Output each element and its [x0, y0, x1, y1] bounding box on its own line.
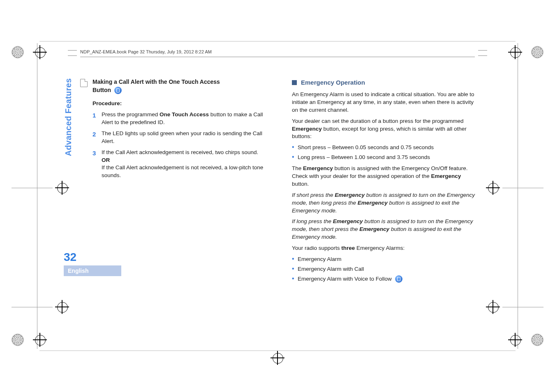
i2a: If long press the	[292, 218, 333, 224]
para-4: Your radio supports three Emergency Alar…	[292, 244, 475, 252]
italic-note-1: If short press the Emergency button is a…	[292, 191, 475, 215]
p4b: three	[341, 245, 355, 251]
para-1: An Emergency Alarm is used to indicate a…	[292, 91, 475, 114]
page-number: 32	[64, 251, 76, 264]
p3e: button.	[292, 181, 309, 187]
p3a: The	[292, 165, 303, 171]
reg-mark-br3	[486, 300, 543, 314]
step-3-number: 3	[92, 149, 102, 180]
binder-mark-left	[68, 50, 77, 56]
i2b: Emergency	[333, 218, 363, 224]
step-1-text-a: Press the programmed	[102, 111, 160, 118]
p4c: Emergency Alarms:	[355, 245, 405, 251]
i2d: Emergency	[359, 226, 389, 232]
p4a: Your radio supports	[292, 245, 341, 251]
step-3: 3 If the Call Alert acknowledgement is r…	[92, 149, 275, 180]
side-tab-label: Advanced Features	[64, 78, 73, 156]
right-column: Emergency Operation An Emergency Alarm i…	[292, 78, 475, 343]
para-2b: Emergency	[292, 126, 322, 132]
alarm-3: Emergency Alarm with Voice to Follow	[292, 275, 475, 283]
section-title: Emergency Operation	[301, 78, 365, 87]
alarm-3-text: Emergency Alarm with Voice to Follow	[298, 276, 392, 282]
feature-badge-icon	[114, 87, 122, 94]
reg-mark-ml	[12, 181, 69, 195]
step-2: 2 The LED lights up solid green when you…	[92, 130, 275, 145]
crop-frame-top	[39, 41, 516, 42]
press-duration-list: Short press – Between 0.05 seconds and 0…	[292, 144, 475, 161]
reg-mark-tr	[508, 45, 543, 59]
i1b: Emergency	[335, 192, 365, 198]
side-tab: Advanced Features	[64, 78, 73, 156]
para-3: The Emergency button is assigned with th…	[292, 165, 475, 188]
header-rule	[80, 57, 475, 57]
step-3-or: OR	[102, 157, 110, 163]
reg-mark-br	[508, 333, 543, 347]
step-2-text: The LED lights up solid green when your …	[102, 130, 275, 145]
alarm-list: Emergency Alarm Emergency Alarm with Cal…	[292, 256, 475, 283]
feature-badge-icon-2	[395, 275, 402, 283]
binder-mark-right	[478, 50, 487, 56]
reg-mark-bc	[271, 351, 284, 365]
step-1: 1 Press the programmed One Touch Access …	[92, 111, 275, 127]
p3d: Emergency	[431, 173, 461, 179]
para-2a: Your dealer can set the duration of a bu…	[292, 118, 464, 124]
reg-mark-mr	[486, 181, 543, 195]
step-3-text-b: If the Call Alert acknowledgement is not…	[102, 164, 263, 178]
document-icon	[80, 79, 88, 87]
left-heading-line1: Making a Call Alert with the One Touch A…	[92, 78, 220, 85]
reg-mark-tl	[12, 45, 47, 59]
italic-note-2: If long press the Emergency button is as…	[292, 218, 475, 241]
bullet-short-press: Short press – Between 0.05 seconds and 0…	[292, 144, 475, 152]
left-heading-line2: Button	[92, 87, 111, 93]
i1a: If short press the	[292, 192, 335, 198]
section-bullet-icon	[292, 80, 297, 85]
alarm-1: Emergency Alarm	[292, 256, 475, 263]
alarm-2: Emergency Alarm with Call	[292, 265, 475, 273]
para-2: Your dealer can set the duration of a bu…	[292, 118, 475, 141]
crop-frame-bottom	[39, 350, 516, 351]
section-heading: Emergency Operation	[292, 78, 475, 87]
i1d: Emergency	[358, 200, 388, 206]
left-column: Making a Call Alert with the One Touch A…	[80, 78, 275, 343]
running-header: NDP_ANZ-EMEA.book Page 32 Thursday, July…	[80, 49, 212, 54]
step-1-number: 1	[92, 111, 102, 127]
reg-mark-bl	[12, 333, 47, 347]
bullet-long-press: Long press – Between 1.00 second and 3.7…	[292, 154, 475, 161]
procedure-label: Procedure:	[92, 100, 275, 108]
reg-mark-bl3	[12, 300, 69, 314]
step-1-bold: One Touch Access	[160, 111, 209, 118]
step-2-number: 2	[92, 130, 102, 145]
p3b: Emergency	[303, 165, 333, 171]
step-3-text-a: If the Call Alert acknowledgement is rec…	[102, 149, 258, 155]
page: NDP_ANZ-EMEA.book Page 32 Thursday, July…	[80, 45, 475, 343]
